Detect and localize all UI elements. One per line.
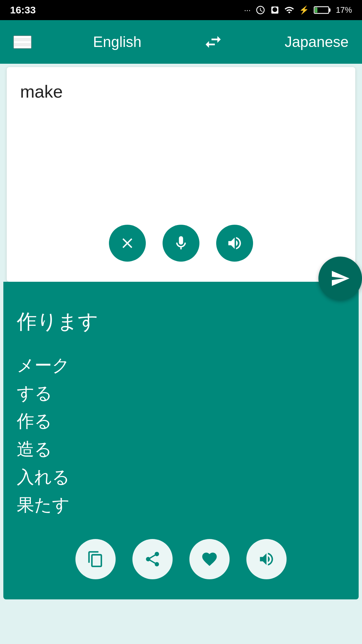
sim-icon	[270, 5, 280, 15]
output-speaker-button[interactable]	[246, 539, 287, 579]
header-toolbar: English Japanese	[0, 20, 362, 64]
copy-button[interactable]	[75, 539, 116, 579]
favorite-button[interactable]	[189, 539, 230, 579]
alt-item-0: メーク	[17, 352, 345, 379]
output-primary-text: 作ります	[17, 309, 345, 335]
signal-icon	[284, 5, 294, 15]
svg-rect-2	[315, 7, 317, 13]
input-controls	[20, 225, 342, 268]
dots-icon: ···	[244, 5, 251, 15]
battery-icon	[314, 5, 331, 15]
alt-item-1: する	[17, 379, 345, 407]
microphone-button[interactable]	[163, 225, 199, 262]
svg-rect-1	[329, 8, 330, 12]
share-button[interactable]	[132, 539, 173, 579]
battery-pct: 17%	[336, 5, 352, 15]
status-time: 16:33	[10, 4, 36, 16]
source-language-label[interactable]: English	[93, 34, 141, 50]
alt-item-4: 入れる	[17, 463, 345, 491]
clear-button[interactable]	[109, 225, 146, 262]
status-icons: ··· ⚡ 17%	[244, 5, 352, 15]
output-section: 作ります メーク する 作る 造る 入れる 果たす	[3, 282, 359, 599]
output-actions	[17, 539, 345, 586]
input-speaker-button[interactable]	[216, 225, 253, 262]
menu-button[interactable]	[13, 36, 32, 49]
alt-item-3: 造る	[17, 435, 345, 463]
status-bar: 16:33 ··· ⚡ 17%	[0, 0, 362, 20]
input-section: make	[7, 67, 355, 282]
target-language-label[interactable]: Japanese	[285, 34, 349, 50]
output-alternatives-list: メーク する 作る 造る 入れる 果たす	[17, 352, 345, 519]
send-translate-button[interactable]	[318, 257, 362, 300]
alarm-icon	[255, 5, 265, 15]
input-text[interactable]: make	[20, 80, 342, 215]
swap-languages-button[interactable]	[203, 32, 223, 52]
bolt-icon: ⚡	[299, 5, 309, 15]
alt-item-2: 作る	[17, 407, 345, 435]
alt-item-5: 果たす	[17, 491, 345, 519]
